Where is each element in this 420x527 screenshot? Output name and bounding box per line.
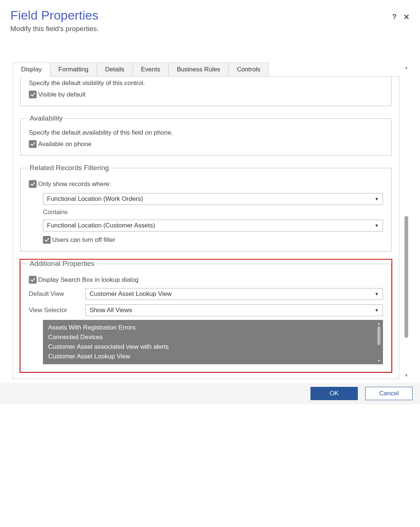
list-item[interactable]: Assets With Registration Errors [48,323,378,332]
scroll-down-icon[interactable]: ▼ [377,359,381,363]
checkbox-only-show-records[interactable] [29,180,37,188]
select-parent-field[interactable]: Functional Location (Work Orders) ▼ [43,193,383,205]
availability-legend: Availability [27,114,65,122]
list-item[interactable]: Customer Asset Lookup View [48,352,378,361]
select-related-field[interactable]: Functional Location (Customer Assets) ▼ [43,220,383,232]
select-related-value: Functional Location (Customer Assets) [47,222,155,229]
field-properties-dialog: Field Properties Modify this field's pro… [0,0,420,379]
select-view-selector-value: Show All Views [90,307,132,314]
checkbox-available-on-phone[interactable] [29,140,37,148]
additional-legend: Additional Properties [27,260,97,268]
ok-button[interactable]: OK [310,387,358,400]
view-selector-label: View Selector [29,307,85,314]
group-additional-properties: Additional Properties Display Search Box… [20,260,392,372]
dialog-subtitle: Modify this field's properties. [10,25,99,33]
dialog-header: Field Properties Modify this field's pro… [10,8,410,44]
contains-label: Contains [43,209,383,216]
tab-events[interactable]: Events [133,63,169,76]
tab-controls[interactable]: Controls [229,63,269,76]
default-view-label: Default View [29,290,85,298]
chevron-down-icon: ▼ [374,308,379,313]
dialog-title: Field Properties [10,8,99,23]
checkbox-display-search-box[interactable] [29,276,37,284]
tab-panel: Specify the default visibility of this c… [13,77,399,379]
select-default-view[interactable]: Customer Asset Lookup View ▼ [85,288,383,300]
scroll-thumb[interactable] [377,327,380,345]
dialog-footer: OK Cancel [0,383,420,404]
tab-strip: Display Formatting Details Events Busine… [13,63,399,77]
tab-business-rules[interactable]: Business Rules [169,63,229,76]
select-view-selector[interactable]: Show All Views ▼ [85,304,383,316]
scroll-down-icon[interactable]: ▼ [404,374,409,378]
visibility-desc: Specify the default visibility of this c… [29,80,383,87]
select-default-view-value: Customer Asset Lookup View [90,290,172,298]
close-icon[interactable]: ✕ [403,13,410,21]
checkbox-only-show-label: Only show records where: [38,180,111,188]
chevron-down-icon: ▼ [374,291,379,297]
availability-desc: Specify the default availability of this… [29,129,383,136]
list-item[interactable]: Customer Asset associated view with aler… [48,342,378,352]
view-listbox[interactable]: Assets With Registration Errors Connecte… [43,320,383,364]
group-visibility: Specify the default visibility of this c… [20,77,392,106]
checkbox-turnoff-label: Users can turn off filter [52,236,115,244]
cancel-button[interactable]: Cancel [365,387,413,400]
checkbox-display-search-label: Display Search Box in lookup dialog [38,276,138,284]
tab-details[interactable]: Details [97,63,133,76]
tab-formatting[interactable]: Formatting [50,63,97,76]
checkbox-users-turn-off-filter[interactable] [43,236,51,244]
scroll-up-icon[interactable]: ▲ [404,65,409,70]
select-parent-value: Functional Location (Work Orders) [47,195,143,203]
group-related-records-filtering: Related Records Filtering Only show reco… [20,164,392,251]
group-availability: Availability Specify the default availab… [20,114,392,156]
panel-scrollbar[interactable]: ▲ ▼ [403,63,410,379]
listbox-scrollbar[interactable]: ▲ ▼ [376,321,382,363]
scroll-up-icon[interactable]: ▲ [377,321,381,325]
tab-display[interactable]: Display [13,63,50,77]
scroll-thumb[interactable] [404,216,408,338]
checkbox-visible-by-default[interactable] [29,91,37,98]
help-icon[interactable]: ? [392,13,397,21]
related-legend: Related Records Filtering [27,164,111,172]
checkbox-visible-label: Visible by default [38,91,85,98]
list-item[interactable]: Connected Devices [48,332,378,342]
chevron-down-icon: ▼ [374,223,379,228]
checkbox-available-label: Available on phone [38,141,91,148]
chevron-down-icon: ▼ [374,196,379,202]
